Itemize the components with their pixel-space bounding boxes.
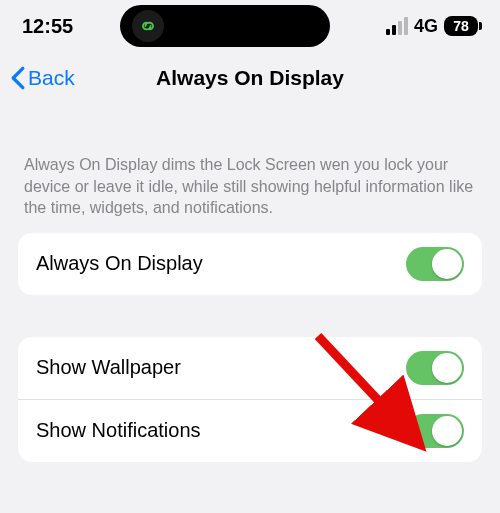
page-title: Always On Display bbox=[0, 66, 500, 90]
row-label: Show Notifications bbox=[36, 419, 201, 442]
row-label: Always On Display bbox=[36, 252, 203, 275]
row-show-wallpaper: Show Wallpaper bbox=[18, 337, 482, 399]
network-type: 4G bbox=[414, 16, 438, 37]
app-indicator bbox=[132, 10, 164, 42]
section-description: Always On Display dims the Lock Screen w… bbox=[18, 104, 482, 233]
toggle-always-on-display[interactable] bbox=[406, 247, 464, 281]
link-icon bbox=[138, 16, 158, 36]
nav-bar: Back Always On Display bbox=[0, 52, 500, 104]
row-label: Show Wallpaper bbox=[36, 356, 181, 379]
signal-strength-icon bbox=[386, 17, 408, 35]
status-time: 12:55 bbox=[22, 15, 112, 38]
toggle-show-wallpaper[interactable] bbox=[406, 351, 464, 385]
row-always-on-display: Always On Display bbox=[18, 233, 482, 295]
dynamic-island bbox=[120, 5, 330, 47]
battery-level: 78 bbox=[444, 16, 478, 36]
settings-group-main: Always On Display bbox=[18, 233, 482, 295]
settings-group-options: Show Wallpaper Show Notifications bbox=[18, 337, 482, 462]
status-bar: 12:55 4G 78 bbox=[0, 0, 500, 52]
toggle-show-notifications[interactable] bbox=[406, 414, 464, 448]
row-show-notifications: Show Notifications bbox=[18, 399, 482, 462]
